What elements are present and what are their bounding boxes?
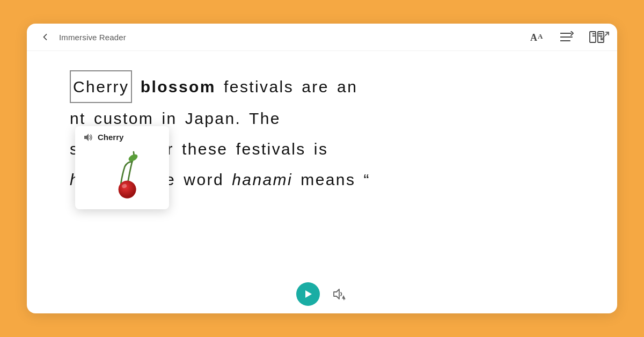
- svg-marker-13: [84, 134, 89, 141]
- line1-rest: festivals are an: [224, 78, 357, 96]
- cherry-illustration: [98, 147, 147, 201]
- svg-rect-5: [590, 32, 596, 42]
- line4-end: means “: [301, 171, 370, 188]
- expand-icon[interactable]: [600, 31, 610, 43]
- reader-window: Immersive Reader A A: [27, 24, 617, 313]
- hanami-word-2[interactable]: hanami: [232, 171, 292, 188]
- toolbar: Immersive Reader A A: [27, 24, 617, 51]
- text-options-icon[interactable]: [560, 31, 574, 43]
- font-size-icon[interactable]: A A: [530, 31, 545, 43]
- back-button[interactable]: [40, 32, 50, 42]
- popup-sound-icon[interactable]: [84, 133, 93, 142]
- toolbar-title: Immersive Reader: [59, 33, 126, 42]
- popup-word-label: Cherry: [98, 133, 123, 142]
- toolbar-left: Immersive Reader: [40, 32, 126, 42]
- word-popup: Cherry: [75, 126, 169, 209]
- svg-point-16: [118, 181, 136, 199]
- svg-marker-18: [305, 290, 312, 298]
- popup-header: Cherry: [84, 133, 160, 142]
- blossom-word[interactable]: blossom: [141, 78, 216, 96]
- toolbar-right: A A: [530, 31, 604, 43]
- cherry-word-highlighted[interactable]: Cherry: [70, 70, 132, 103]
- svg-marker-19: [334, 289, 339, 299]
- voice-speed-icon[interactable]: [333, 288, 348, 301]
- svg-text:A: A: [530, 32, 537, 43]
- popup-image-area: [84, 147, 160, 201]
- play-button[interactable]: [296, 282, 320, 306]
- svg-text:A: A: [538, 32, 543, 40]
- line2-rest: nt custom in Japan. The: [70, 109, 281, 127]
- bottom-bar: [27, 275, 617, 313]
- content-area: Cherry blossom festivals are an nt custo…: [27, 51, 617, 275]
